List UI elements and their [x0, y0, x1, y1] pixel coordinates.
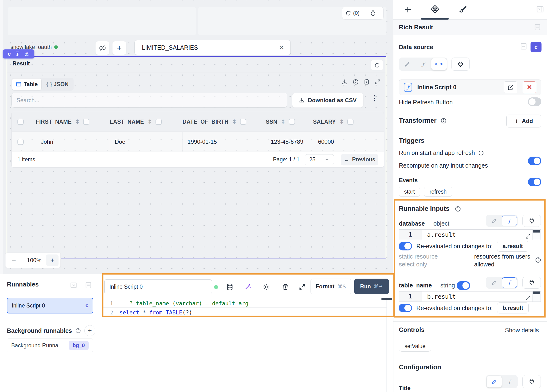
connect-plug-button[interactable] — [451, 58, 470, 71]
styling-brush-tab[interactable] — [458, 5, 468, 15]
static-pencil-icon[interactable] — [487, 216, 501, 226]
reeval-target-chip[interactable]: b.result — [497, 303, 529, 313]
info-icon[interactable] — [75, 328, 81, 333]
expand-icon[interactable] — [375, 79, 381, 85]
code-line-2[interactable]: 2 select * from TABLE(?) — [102, 308, 386, 317]
zoom-in-button[interactable]: + — [46, 255, 59, 266]
collapse-tray-icon[interactable] — [70, 282, 77, 289]
reeval-toggle[interactable] — [399, 242, 412, 250]
run-button[interactable]: Run ⌘↵ — [354, 279, 389, 294]
remove-script-button[interactable]: ✕ — [523, 81, 536, 93]
database-expr-editor[interactable]: 1 a.result — [399, 230, 541, 240]
background-runnable-item[interactable]: Background Runna... bg_0 — [7, 338, 93, 352]
result-component[interactable]: Result Table { } JSON Search... — [7, 56, 386, 259]
sort-icon[interactable]: ↕ — [339, 118, 344, 125]
code-mode-icon[interactable]: < > — [431, 58, 447, 70]
column-header[interactable]: SALARY — [313, 119, 336, 125]
editor-scrollbar-thumb[interactable] — [382, 298, 392, 300]
expand-editor-icon[interactable] — [525, 295, 531, 301]
clear-selection-icon[interactable]: ✕ — [279, 44, 290, 51]
table-name-expr-editor[interactable]: 1 b.result — [399, 291, 541, 302]
function-icon[interactable]: ƒ — [502, 376, 517, 387]
expand-editor-icon[interactable] — [299, 283, 306, 291]
previous-page-button[interactable]: ← Previous — [341, 154, 378, 165]
row-checkbox[interactable] — [17, 139, 24, 145]
collapse-panel-icon[interactable] — [536, 5, 546, 15]
connect-plug-button[interactable] — [522, 375, 541, 388]
insert-component-tab[interactable] — [403, 5, 413, 15]
table-row[interactable]: John Doe 1990-01-15 123-45-6789 60000 — [12, 132, 384, 152]
unlink-button[interactable] — [95, 41, 109, 55]
column-header[interactable]: FIRST_NAME — [36, 119, 72, 125]
doc-icon[interactable] — [534, 24, 541, 31]
sort-icon[interactable]: ↕ — [232, 118, 237, 125]
add-background-runnable-button[interactable]: + — [84, 325, 95, 336]
connect-plug-button[interactable] — [522, 277, 541, 289]
doc-icon[interactable] — [520, 42, 527, 50]
column-header[interactable]: SSN — [266, 119, 277, 125]
function-icon[interactable]: ƒ — [415, 58, 431, 70]
ai-wand-icon[interactable] — [244, 283, 251, 291]
app-canvas[interactable]: (0) snowflake_oauth + LIMITED_SALARIES ✕… — [0, 0, 393, 274]
column-checkbox[interactable] — [83, 119, 89, 125]
table-menu-button[interactable]: ⋮ — [371, 95, 378, 102]
static-pencil-icon[interactable] — [400, 58, 415, 70]
sort-icon[interactable]: ↕ — [75, 118, 80, 125]
table-select[interactable]: LIMITED_SALARIES ✕ — [135, 40, 291, 55]
zoom-out-button[interactable]: − — [6, 256, 22, 264]
trash-icon[interactable] — [282, 283, 289, 291]
static-pencil-icon[interactable] — [487, 277, 501, 288]
column-header[interactable]: LAST_NAME — [110, 119, 144, 125]
component-selection-toolbar[interactable]: c ⚓ — [3, 49, 34, 59]
open-script-button[interactable] — [504, 81, 517, 93]
static-pencil-icon[interactable] — [487, 376, 502, 387]
anchor-icon[interactable]: ⚓ — [24, 51, 29, 57]
data-source-script-row[interactable]: ƒ Inline Script 0 ✕ — [399, 80, 541, 95]
table-search-input[interactable]: Search... — [12, 93, 287, 108]
gear-icon[interactable] — [263, 283, 270, 291]
sort-icon[interactable]: ↕ — [281, 118, 286, 125]
reeval-target-chip[interactable]: a.result — [497, 241, 528, 252]
column-header[interactable]: DATE_OF_BIRTH — [183, 119, 229, 125]
download-icon[interactable] — [342, 79, 348, 85]
sort-icon[interactable]: ↕ — [147, 118, 152, 125]
scrollbar-thumb[interactable] — [533, 230, 540, 233]
event-chip-refresh[interactable]: refresh — [424, 187, 452, 197]
column-checkbox[interactable] — [347, 119, 354, 125]
sql-code-editor[interactable]: 1 -- ? table_name (varchar) = default ar… — [102, 297, 386, 392]
show-details-link[interactable]: Show details — [505, 327, 539, 334]
column-checkbox[interactable] — [289, 119, 295, 125]
column-checkbox[interactable] — [156, 119, 162, 125]
add-transformer-button[interactable]: + Add — [506, 115, 541, 128]
reeval-toggle[interactable] — [399, 304, 412, 312]
function-icon[interactable]: ƒ — [502, 216, 517, 226]
code-line-1[interactable]: 1 -- ? table_name (varchar) = default ar… — [102, 299, 386, 308]
add-resource-button[interactable]: + — [112, 41, 126, 55]
format-button[interactable]: Format ⌘S — [311, 279, 351, 294]
list-icon[interactable] — [85, 282, 92, 289]
copy-to-clipboard-icon[interactable] — [363, 79, 370, 85]
runnable-item-inline-script-0[interactable]: Inline Script 0 c — [7, 298, 93, 313]
scrollbar-thumb[interactable] — [533, 291, 540, 294]
component-placeholder-1[interactable] — [8, 7, 196, 35]
page-size-select[interactable]: 25 — [305, 154, 334, 165]
history-timer-button[interactable] — [363, 7, 384, 19]
tab-json[interactable]: { } JSON — [41, 81, 74, 88]
info-icon[interactable] — [455, 206, 461, 212]
components-settings-tab[interactable] — [430, 5, 440, 15]
script-name-input[interactable]: Inline Script 0 — [104, 279, 212, 294]
expand-editor-icon[interactable] — [525, 233, 531, 239]
event-chip-start[interactable]: start — [399, 187, 420, 197]
result-refresh-button[interactable] — [371, 60, 383, 70]
hide-refresh-toggle[interactable] — [528, 97, 541, 106]
connect-plug-button[interactable] — [522, 215, 541, 227]
info-icon[interactable] — [440, 118, 447, 124]
tab-table[interactable]: Table — [12, 79, 41, 90]
function-icon[interactable]: ƒ — [502, 277, 517, 288]
database-icon[interactable] — [226, 283, 233, 291]
info-icon[interactable] — [478, 150, 484, 156]
info-icon[interactable] — [353, 79, 359, 85]
move-down-icon[interactable] — [14, 51, 21, 57]
select-all-checkbox[interactable] — [17, 119, 24, 125]
download-csv-button[interactable]: Download as CSV — [292, 93, 363, 108]
